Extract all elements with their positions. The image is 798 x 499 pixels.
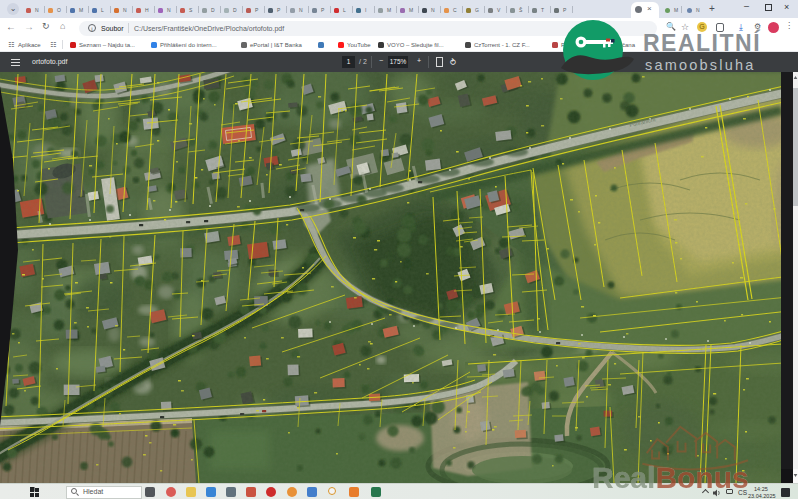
- svg-text:samoobsluha: samoobsluha: [645, 57, 755, 73]
- svg-text:RealBonus: RealBonus: [592, 461, 749, 494]
- svg-text:REALITNÍ: REALITNÍ: [643, 29, 761, 56]
